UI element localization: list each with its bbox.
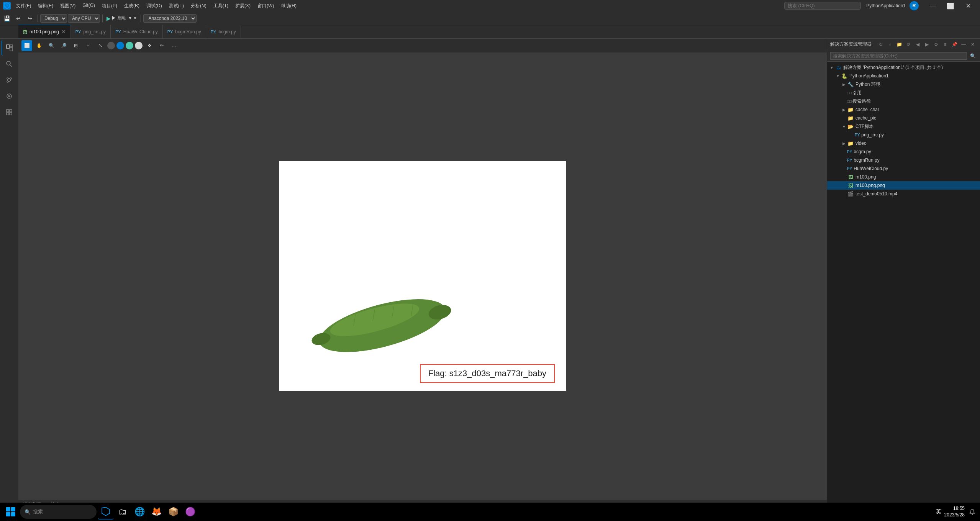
menu-bar[interactable]: 文件(F) 编辑(E) 视图(V) Git(G) 项目(P) 生成(B) 调试(… [13, 2, 300, 10]
tab-py-icon: PY [115, 29, 121, 34]
tree-search-path[interactable]: ▶ □□ 搜索路径 [827, 97, 980, 105]
fit-width-btn[interactable]: ↔ [83, 40, 93, 51]
grid-btn[interactable]: ⊞ [70, 40, 81, 51]
menu-debug[interactable]: 调试(D) [143, 2, 165, 10]
svg-point-6 [10, 78, 11, 79]
tree-python-env[interactable]: ▶ 🔧 Python 环境 [827, 80, 980, 88]
debug-config-dropdown[interactable]: Debug [40, 14, 67, 23]
tree-png-crc[interactable]: ▶ PY png_crc.py [827, 131, 980, 139]
minimize-button[interactable]: — [924, 0, 942, 11]
taskbar-search[interactable]: 🔍 搜索 [20, 505, 97, 519]
panel-config-btn[interactable]: ⚙ [932, 40, 940, 49]
menu-file[interactable]: 文件(F) [13, 2, 34, 10]
project-root[interactable]: ▼ 🐍 PythonApplication1 [827, 72, 980, 80]
debug-icon[interactable] [2, 88, 17, 104]
menu-tools[interactable]: 工具(T) [210, 2, 231, 10]
tab-m100-png-png[interactable]: 🖼 m100.png.png ✕ [18, 25, 71, 38]
zoom-out-btn[interactable]: 🔎 [58, 40, 69, 51]
tree-m100[interactable]: ▶ 🖼 m100.png [827, 173, 980, 181]
taskbar-purple-icon[interactable]: 🟣 [182, 504, 198, 519]
menu-project[interactable]: 项目(P) [99, 2, 120, 10]
panel-back-btn[interactable]: ◀ [913, 40, 922, 49]
tree-bcgmrun[interactable]: ▶ PY bcgmRun.py [827, 156, 980, 164]
notification-btn[interactable] [968, 507, 977, 516]
pencil-btn[interactable]: ✏ [156, 40, 167, 51]
toolbar-save-btn[interactable]: 💾 [2, 13, 12, 24]
color-mode-btn1[interactable] [107, 42, 115, 49]
run-button[interactable]: ▶ ▶ 启动 ▼ ▼ [105, 14, 138, 22]
tree-bcgm[interactable]: ▶ PY bcgm.py [827, 147, 980, 156]
close-button[interactable]: ✕ [959, 0, 977, 11]
solution-search-input[interactable] [830, 52, 967, 60]
tab-huawei[interactable]: PY HuaWeiCloud.py [111, 25, 163, 38]
panel-sync-btn[interactable]: ↻ [877, 40, 885, 49]
taskbar-firefox-icon[interactable]: 🦊 [149, 504, 164, 519]
menu-git[interactable]: Git(G) [79, 2, 98, 10]
menu-analyze[interactable]: 分析(N) [188, 2, 210, 10]
tree-video-file[interactable]: ▶ 🎬 test_demo0510.mp4 [827, 190, 980, 198]
toolbar-undo-btn[interactable]: ↩ [13, 13, 24, 24]
tab-png-crc[interactable]: PY png_crc.py [71, 25, 111, 38]
menu-test[interactable]: 测试(T) [166, 2, 187, 10]
explorer-icon[interactable] [2, 40, 17, 56]
panel-close-btn[interactable]: ✕ [969, 40, 977, 49]
tree-video[interactable]: ▶ 📁 video [827, 139, 980, 147]
color-mode-btn4[interactable] [135, 42, 143, 49]
git-icon[interactable] [2, 72, 17, 88]
cpu-config-dropdown[interactable]: Any CPU [68, 14, 100, 23]
maximize-button[interactable]: ⬜ [942, 0, 959, 11]
panel-pin-btn[interactable]: 📌 [950, 40, 959, 49]
toolbar-redo-btn[interactable]: ↪ [25, 13, 35, 24]
tree-ref[interactable]: ▶ □□ 引用 [827, 88, 980, 97]
taskbar-folder-icon[interactable]: 🗂 [115, 504, 130, 519]
start-button[interactable] [3, 504, 18, 519]
menu-help[interactable]: 帮助(H) [278, 2, 300, 10]
expand-arrow: ▼ [835, 74, 841, 78]
more-btn[interactable]: … [169, 40, 179, 51]
toolbar-divider-1 [38, 15, 38, 22]
tree-cache-char[interactable]: ▶ 📁 cache_char [827, 105, 980, 114]
panel-refresh-btn[interactable]: ↺ [904, 40, 913, 49]
tree-m100-png[interactable]: ▶ 🖼 m100.png.png [827, 181, 980, 190]
select-tool-btn[interactable]: ⬜ [21, 40, 32, 51]
taskbar-vs-icon[interactable] [98, 504, 113, 519]
panel-home-btn[interactable]: ⌂ [886, 40, 894, 49]
menu-edit[interactable]: 编辑(E) [35, 2, 56, 10]
tab-bcgm[interactable]: PY bcgm.py [206, 25, 241, 38]
taskbar-store-icon[interactable]: 📦 [166, 504, 181, 519]
menu-view[interactable]: 视图(V) [57, 2, 79, 10]
right-panel: 解决方案资源管理器 ↻ ⌂ 📁 ↺ ◀ ▶ ⚙ ≡ 📌 — ✕ [827, 39, 980, 518]
taskbar-browser-icon[interactable]: 🌐 [132, 504, 147, 519]
tree-cache-pic[interactable]: ▶ 📁 cache_pic [827, 114, 980, 122]
more-tools-btn[interactable]: ❖ [144, 40, 155, 51]
tree-huawei[interactable]: ▶ PY HuaWeiCloud.py [827, 164, 980, 173]
conda-env-dropdown[interactable]: Anaconda 2022.10 [143, 14, 197, 23]
date-label: 2023/5/28 [944, 512, 965, 518]
panel-min-btn[interactable]: — [959, 40, 968, 49]
color-mode-btn2[interactable] [116, 42, 124, 49]
tree-label: 搜索路径 [852, 98, 871, 105]
menu-window[interactable]: 窗口(W) [254, 2, 277, 10]
hand-tool-btn[interactable]: ✋ [34, 40, 44, 51]
color-mode-btn3[interactable] [126, 42, 133, 49]
search-go-btn[interactable]: 🔍 [969, 52, 977, 60]
panel-fwd-btn[interactable]: ▶ [923, 40, 931, 49]
menu-extensions[interactable]: 扩展(X) [232, 2, 254, 10]
viewer-area: Flag: s1z3_d03s_ma773r_baby [18, 161, 827, 391]
windows-logo [6, 507, 15, 516]
fit-page-btn[interactable]: ⤡ [95, 40, 106, 51]
solution-explorer-title: 解决方案资源管理器 [830, 41, 875, 48]
tab-close-btn[interactable]: ✕ [61, 29, 66, 35]
zoom-in-btn[interactable]: 🔍 [46, 40, 57, 51]
panel-options-btn[interactable]: ≡ [941, 40, 949, 49]
solution-root[interactable]: ▼ 🗂 解决方案 'PythonApplication1' (1 个项目, 共 … [827, 63, 980, 72]
panel-folder-btn[interactable]: 📁 [895, 40, 903, 49]
menu-build[interactable]: 生成(B) [121, 2, 143, 10]
time-display: 18:55 2023/5/28 [944, 505, 965, 518]
window-controls[interactable]: — ⬜ ✕ [924, 0, 977, 11]
extensions-icon[interactable] [2, 105, 17, 120]
tree-ctf[interactable]: ▼ 📂 CTF脚本 [827, 122, 980, 131]
search-sidebar-icon[interactable] [2, 56, 17, 72]
title-search-input[interactable] [784, 2, 861, 10]
tab-bcgmrun[interactable]: PY bcgmRun.py [163, 25, 206, 38]
